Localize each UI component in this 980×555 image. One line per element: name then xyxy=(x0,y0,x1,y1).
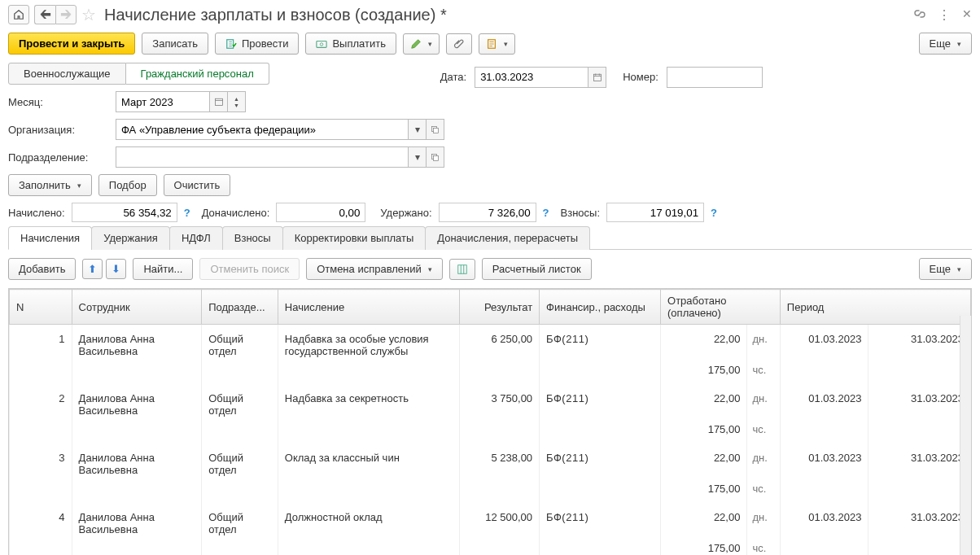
table-row[interactable]: 175,00чс. xyxy=(10,539,971,555)
dept-label: Подразделение: xyxy=(8,151,109,164)
grid-header: N Сотрудник Подразде... Начисление Резул… xyxy=(10,290,971,325)
find-button[interactable]: Найти... xyxy=(133,258,193,280)
col-finance[interactable]: Финансир., расходы xyxy=(540,290,661,325)
contrib-help-icon[interactable]: ? xyxy=(711,207,717,219)
extra-label: Доначислено: xyxy=(202,207,270,219)
move-down-button[interactable]: ⬇ xyxy=(106,259,126,279)
grid-more-button[interactable]: Еще▾ xyxy=(919,258,972,280)
col-result[interactable]: Результат xyxy=(460,290,540,325)
svg-rect-1 xyxy=(317,41,326,47)
contrib-label: Взносы: xyxy=(561,207,601,219)
extra-value xyxy=(276,203,365,222)
org-open-icon[interactable] xyxy=(427,119,444,140)
month-calendar-icon[interactable] xyxy=(210,91,228,112)
report-icon xyxy=(486,38,497,50)
save-button[interactable]: Записать xyxy=(142,33,208,55)
svg-rect-10 xyxy=(458,264,467,273)
svg-rect-4 xyxy=(593,74,601,81)
pay-icon xyxy=(316,38,327,50)
withheld-value xyxy=(439,203,536,222)
col-accrual[interactable]: Начисление xyxy=(278,290,459,325)
org-input[interactable] xyxy=(116,119,409,140)
dept-input[interactable] xyxy=(116,146,409,168)
svg-rect-5 xyxy=(215,98,222,105)
table-row[interactable]: 175,00чс. xyxy=(10,479,971,503)
accruals-grid: N Сотрудник Подразде... Начисление Резул… xyxy=(8,288,972,555)
tab-deductions[interactable]: Удержания xyxy=(91,226,170,250)
org-label: Организация: xyxy=(8,124,109,136)
link-icon[interactable] xyxy=(913,7,926,23)
grid-settings-button[interactable] xyxy=(449,259,475,280)
favorite-icon[interactable]: ☆ xyxy=(81,5,96,24)
fill-button[interactable]: Заполнить▾ xyxy=(8,174,92,196)
col-worked[interactable]: Отработано (оплачено) xyxy=(661,290,781,325)
clear-button[interactable]: Очистить xyxy=(164,174,231,196)
table-row[interactable]: 175,00чс. xyxy=(10,420,971,444)
arrow-up-icon: ⬆ xyxy=(88,263,97,275)
tab-corrections[interactable]: Корректировки выплаты xyxy=(282,226,427,250)
col-period[interactable]: Период xyxy=(780,290,970,325)
post-icon xyxy=(225,38,237,50)
cancel-fix-button[interactable]: Отмена исправлений▾ xyxy=(306,258,443,280)
more-button[interactable]: Еще▾ xyxy=(919,33,972,55)
cancel-search-button: Отменить поиск xyxy=(199,258,300,280)
accrued-help-icon[interactable]: ? xyxy=(184,207,190,219)
tab-contrib[interactable]: Взносы xyxy=(222,226,283,250)
svg-rect-9 xyxy=(433,155,438,160)
dept-dropdown-icon[interactable]: ▾ xyxy=(409,146,427,168)
pencil-icon xyxy=(410,38,422,50)
tab-accruals[interactable]: Начисления xyxy=(8,226,92,250)
add-row-button[interactable]: Добавить xyxy=(8,258,76,280)
home-button[interactable] xyxy=(8,5,29,24)
detail-tabs: Начисления Удержания НДФЛ Взносы Коррект… xyxy=(8,225,972,250)
col-n[interactable]: N xyxy=(10,290,72,325)
tab-recalcs[interactable]: Доначисления, перерасчеты xyxy=(425,226,590,250)
attach-button[interactable] xyxy=(446,33,472,55)
close-icon[interactable]: ✕ xyxy=(962,7,972,23)
move-up-button[interactable]: ⬆ xyxy=(82,259,103,279)
org-dropdown-icon[interactable]: ▾ xyxy=(409,119,427,140)
main-toolbar: Провести и закрыть Записать Провести Вып… xyxy=(8,29,972,63)
date-label: Дата: xyxy=(440,71,466,83)
calendar-icon[interactable] xyxy=(588,67,606,88)
date-input[interactable] xyxy=(475,67,588,88)
table-row[interactable]: 2Данилова Анна ВасильевнаОбщий отделНадб… xyxy=(10,384,971,420)
page-title: Начисление зарплаты и взносов (создание)… xyxy=(104,6,447,24)
table-row[interactable]: 4Данилова Анна ВасильевнаОбщий отделДолж… xyxy=(10,503,971,539)
pay-button[interactable]: Выплатить xyxy=(305,33,396,55)
accrued-value xyxy=(72,203,177,222)
table-row[interactable]: 175,00чс. xyxy=(10,361,971,384)
payslip-button[interactable]: Расчетный листок xyxy=(482,258,592,280)
personnel-type-tabs: Военнослужащие Гражданский персонал xyxy=(8,63,269,85)
tab-military[interactable]: Военнослужащие xyxy=(8,63,126,85)
print-button[interactable]: ▾ xyxy=(479,33,515,55)
table-row[interactable]: 3Данилова Анна ВасильевнаОбщий отделОкла… xyxy=(10,444,971,479)
dept-open-icon[interactable] xyxy=(427,146,444,168)
col-dept[interactable]: Подразде... xyxy=(202,290,278,325)
tab-civil[interactable]: Гражданский персонал xyxy=(126,63,269,85)
totals-row: Начислено: ? Доначислено: Удержано: ? Вз… xyxy=(8,203,972,222)
month-label: Месяц: xyxy=(8,96,109,108)
post-button[interactable]: Провести xyxy=(215,33,300,55)
post-and-close-button[interactable]: Провести и закрыть xyxy=(8,33,135,55)
columns-icon xyxy=(457,264,468,275)
arrow-down-icon: ⬇ xyxy=(112,263,120,275)
number-input[interactable] xyxy=(667,67,763,88)
back-button[interactable]: 🡰 xyxy=(34,5,55,24)
table-row[interactable]: 1Данилова Анна ВасильевнаОбщий отделНадб… xyxy=(10,325,971,361)
withheld-help-icon[interactable]: ? xyxy=(543,207,549,219)
edit-button[interactable]: ▾ xyxy=(403,33,440,55)
grid-toolbar: Добавить ⬆ ⬇ Найти... Отменить поиск Отм… xyxy=(8,250,972,288)
contrib-value xyxy=(606,203,704,222)
tab-ndfl[interactable]: НДФЛ xyxy=(169,226,223,250)
month-input[interactable] xyxy=(116,91,210,112)
titlebar: 🡰 🡲 ☆ Начисление зарплаты и взносов (соз… xyxy=(8,5,972,29)
kebab-icon[interactable]: ⋮ xyxy=(938,7,951,23)
svg-rect-7 xyxy=(433,128,438,133)
forward-button[interactable]: 🡲 xyxy=(55,5,77,24)
month-spinner[interactable]: ▲▼ xyxy=(228,91,246,112)
paperclip-icon xyxy=(453,38,465,50)
pick-button[interactable]: Подбор xyxy=(98,174,157,196)
vertical-scrollbar[interactable] xyxy=(960,316,971,555)
col-employee[interactable]: Сотрудник xyxy=(72,290,202,325)
